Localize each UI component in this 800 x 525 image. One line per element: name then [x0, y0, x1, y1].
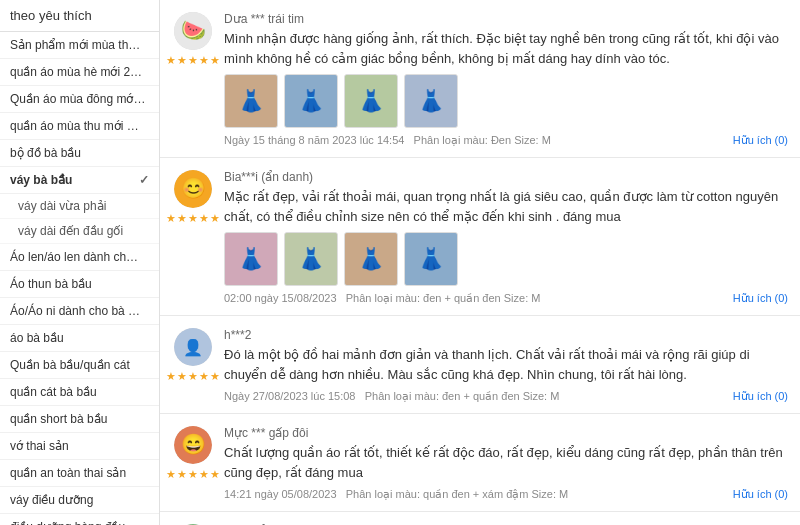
sidebar-item-8[interactable]: Áo len/áo len dành ch…	[0, 244, 159, 271]
review-date-variant: Ngày 27/08/2023 lúc 15:08 Phân loại màu:…	[224, 390, 559, 403]
review-item: 😄 ★★★★★Mực *** gấp đôiChất lượng quần áo…	[160, 414, 800, 512]
star-2: ★	[188, 370, 198, 383]
review-date: Ngày 15 tháng 8 năm 2023 lúc 14:54	[224, 134, 404, 146]
sidebar-item-13[interactable]: quần cát bà bầu	[0, 379, 159, 406]
review-variant: Phân loại màu: đen + quần đen Size: M	[365, 390, 560, 402]
review-item: 😊 ★★★★★z***9 (ẩn danh)Mình nhận được đồ …	[160, 512, 800, 525]
review-meta: 14:21 ngày 05/08/2023 Phân loại màu: quầ…	[224, 488, 788, 501]
reviewer-name: Dưa *** trái tim	[224, 12, 788, 26]
svg-text:👗: 👗	[238, 88, 265, 114]
review-meta: Ngày 27/08/2023 lúc 15:08 Phân loại màu:…	[224, 390, 788, 403]
review-thumbnail[interactable]: 👗	[284, 232, 338, 286]
sidebar: theo yêu thích Sản phẩm mới mùa th…quần …	[0, 0, 160, 525]
sidebar-item-5[interactable]: váy bà bầu	[0, 167, 159, 194]
review-avatar: 😊 ★★★★★	[172, 170, 214, 305]
star-4: ★	[210, 468, 220, 481]
star-4: ★	[210, 54, 220, 67]
star-1: ★	[177, 370, 187, 383]
star-3: ★	[199, 370, 209, 383]
review-item: 👤 ★★★★★h***2Đó là một bộ đồ hai mảnh đơn…	[160, 316, 800, 414]
sidebar-item-17[interactable]: váy điều dưỡng	[0, 487, 159, 514]
sidebar-item-6[interactable]: váy dài vừa phải	[0, 194, 159, 219]
review-meta: 02:00 ngày 15/08/2023 Phân loại màu: đen…	[224, 292, 788, 305]
star-0: ★	[166, 212, 176, 225]
review-thumbnail[interactable]: 👗	[344, 74, 398, 128]
star-2: ★	[188, 212, 198, 225]
sidebar-item-10[interactable]: Áo/Áo ni dành cho bà …	[0, 298, 159, 325]
star-rating: ★★★★★	[166, 212, 220, 225]
review-date: 14:21 ngày 05/08/2023	[224, 488, 337, 500]
star-2: ★	[188, 468, 198, 481]
review-thumbnail[interactable]: 👗	[224, 74, 278, 128]
review-date: Ngày 27/08/2023 lúc 15:08	[224, 390, 356, 402]
review-text: Đó là một bộ đồ hai mảnh đơn giản và tha…	[224, 345, 788, 384]
avatar: 😄	[174, 426, 212, 464]
review-text: Mình nhận được hàng giống ảnh, rất thích…	[224, 29, 788, 68]
avatar: 😊	[174, 170, 212, 208]
review-avatar: 😄 ★★★★★	[172, 426, 214, 501]
svg-text:👗: 👗	[358, 88, 385, 114]
star-rating: ★★★★★	[166, 468, 220, 481]
svg-text:🍉: 🍉	[181, 18, 206, 42]
svg-text:👗: 👗	[418, 88, 445, 114]
useful-button[interactable]: Hữu ích (0)	[733, 488, 788, 501]
review-variant: Phân loại màu: quần đen + xám đậm Size: …	[346, 488, 568, 500]
sidebar-item-1[interactable]: quần áo mùa hè mới 2…	[0, 59, 159, 86]
star-2: ★	[188, 54, 198, 67]
useful-button[interactable]: Hữu ích (0)	[733, 292, 788, 305]
useful-button[interactable]: Hữu ích (0)	[733, 390, 788, 403]
review-item: 🍉 ★★★★★Dưa *** trái timMình nhận được hà…	[160, 0, 800, 158]
sidebar-item-11[interactable]: áo bà bầu	[0, 325, 159, 352]
svg-text:👗: 👗	[298, 88, 325, 114]
sidebar-item-2[interactable]: Quần áo mùa đông mớ…	[0, 86, 159, 113]
review-variant: Phân loại màu: Đen Size: M	[414, 134, 551, 146]
review-date-variant: 02:00 ngày 15/08/2023 Phân loại màu: đen…	[224, 292, 540, 305]
reviewer-name: h***2	[224, 328, 788, 342]
svg-text:👗: 👗	[238, 246, 265, 272]
review-images: 👗 👗 👗 👗	[224, 232, 788, 286]
star-0: ★	[166, 54, 176, 67]
sidebar-item-12[interactable]: Quần bà bầu/quần cát	[0, 352, 159, 379]
review-thumbnail[interactable]: 👗	[404, 74, 458, 128]
svg-text:👗: 👗	[298, 246, 325, 272]
review-variant: Phân loại màu: đen + quần đen Size: M	[346, 292, 541, 304]
review-meta: Ngày 15 tháng 8 năm 2023 lúc 14:54 Phân …	[224, 134, 788, 147]
svg-text:👤: 👤	[183, 338, 203, 357]
sidebar-item-0[interactable]: Sản phẩm mới mùa th…	[0, 32, 159, 59]
svg-text:👗: 👗	[358, 246, 385, 272]
star-rating: ★★★★★	[166, 370, 220, 383]
sidebar-item-16[interactable]: quần an toàn thai sản	[0, 460, 159, 487]
svg-text:😄: 😄	[181, 432, 206, 456]
svg-text:😊: 😊	[181, 176, 206, 200]
sidebar-header: theo yêu thích	[0, 0, 159, 32]
star-3: ★	[199, 468, 209, 481]
review-thumbnail[interactable]: 👗	[404, 232, 458, 286]
reviewer-name: Mực *** gấp đôi	[224, 426, 788, 440]
review-content: Mực *** gấp đôiChất lượng quần áo rất tố…	[224, 426, 788, 501]
star-1: ★	[177, 54, 187, 67]
sidebar-item-9[interactable]: Áo thun bà bầu	[0, 271, 159, 298]
review-date: 02:00 ngày 15/08/2023	[224, 292, 337, 304]
sidebar-item-7[interactable]: váy dài đến đầu gối	[0, 219, 159, 244]
review-thumbnail[interactable]: 👗	[224, 232, 278, 286]
review-date-variant: 14:21 ngày 05/08/2023 Phân loại màu: quầ…	[224, 488, 568, 501]
useful-button[interactable]: Hữu ích (0)	[733, 134, 788, 147]
sidebar-item-15[interactable]: vớ thai sản	[0, 433, 159, 460]
star-1: ★	[177, 468, 187, 481]
review-content: Dưa *** trái timMình nhận được hàng giốn…	[224, 12, 788, 147]
sidebar-item-14[interactable]: quần short bà bầu	[0, 406, 159, 433]
star-0: ★	[166, 468, 176, 481]
review-text: Mặc rất đẹp, vải rất thoải mái, quan trọ…	[224, 187, 788, 226]
star-3: ★	[199, 54, 209, 67]
sidebar-item-4[interactable]: bộ đồ bà bầu	[0, 140, 159, 167]
review-thumbnail[interactable]: 👗	[284, 74, 338, 128]
star-4: ★	[210, 212, 220, 225]
review-thumbnail[interactable]: 👗	[344, 232, 398, 286]
star-4: ★	[210, 370, 220, 383]
sidebar-item-3[interactable]: quần áo mùa thu mới …	[0, 113, 159, 140]
review-date-variant: Ngày 15 tháng 8 năm 2023 lúc 14:54 Phân …	[224, 134, 551, 147]
star-1: ★	[177, 212, 187, 225]
review-images: 👗 👗 👗 👗	[224, 74, 788, 128]
sidebar-item-18[interactable]: điều dưỡng hàng đầu	[0, 514, 159, 525]
star-rating: ★★★★★	[166, 54, 220, 67]
